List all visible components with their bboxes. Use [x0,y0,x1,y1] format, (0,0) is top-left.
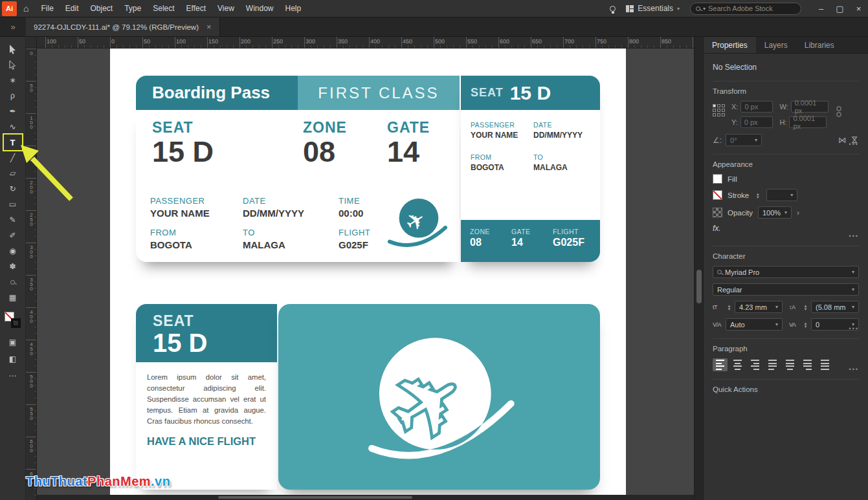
lightbulb-icon[interactable] [610,6,616,12]
menu-file[interactable]: File [35,4,59,13]
tab-close-icon[interactable]: × [206,22,212,32]
pencil-tool[interactable]: ✎ [5,213,21,227]
pen-tool[interactable]: ✒ [5,104,21,118]
y-label: Y: [731,118,738,126]
horizontal-scrollbar-thumb[interactable] [218,496,412,499]
x-input[interactable]: 0 px [740,101,773,113]
hruler-label: 450 [401,38,412,45]
w-input[interactable]: 0.0001 px [791,101,829,113]
document-tab[interactable]: 92274-OJLCDY-111.ai* @ 79.12% (RGB/Previ… [26,17,220,36]
close-button[interactable]: × [849,0,868,17]
draw-mode-icon[interactable]: ▣ [9,336,16,349]
minimize-button[interactable]: – [812,0,830,17]
zoom-tool[interactable] [5,275,21,289]
menu-object[interactable]: Object [85,4,119,13]
tab-layers[interactable]: Layers [756,37,796,53]
paragraph-more-options-button[interactable]: ••• [849,366,859,373]
fx-button[interactable]: fx. [713,224,721,233]
lasso-tool[interactable]: ρ [5,89,21,103]
selection-tool[interactable] [5,42,21,56]
stub-flight-block: FLIGHT G025F [553,228,600,262]
watermark-part2: PhanMem [87,474,151,488]
stroke-color-swatch[interactable] [713,190,722,200]
symbol-sprayer-tool[interactable]: ✽ [5,259,21,274]
rotation-angle-select[interactable]: 0° ▾ [726,134,762,146]
ruler-origin-corner[interactable] [26,37,37,49]
search-input[interactable] [708,5,796,12]
link-dimensions-icon[interactable] [835,106,843,118]
transform-section: Transform X: 0 px W: 0.0001 px [713,81,859,154]
opacity-select[interactable]: 100% ▾ [758,206,792,219]
font-size-stepper[interactable]: ▴▾ [726,304,733,310]
appearance-more-options-button[interactable]: ••• [849,233,859,239]
stroke-swatch-icon[interactable] [11,318,21,328]
vruler-label: 350 [28,277,34,290]
menu-help[interactable]: Help [280,4,307,13]
boarding-pass-top[interactable]: Boarding Pass FIRST CLASS SEAT 15 D ZONE… [136,76,600,262]
tracking-stepper[interactable]: ▴▾ [802,321,809,328]
leading-select[interactable]: (5.08 mm ▾ [811,301,859,313]
character-more-options-button[interactable]: ••• [849,325,859,332]
stock-search[interactable]: ▾ [690,3,801,15]
menu-select[interactable]: Select [147,4,180,13]
align-center-button[interactable] [730,358,745,371]
artboard-tool[interactable]: ▦ [5,290,21,305]
justify-center-button[interactable] [783,358,797,371]
opacity-swatch-icon[interactable] [713,208,722,217]
h-input[interactable]: 0.0001 px [789,116,827,128]
edit-toolbar-button[interactable]: ⋯ [9,369,17,382]
stroke-weight-stepper[interactable]: ▴▾ [754,192,761,199]
menu-edit[interactable]: Edit [60,4,85,13]
rectangle-tool[interactable]: ▭ [5,197,21,212]
workspace-switcher[interactable]: Essentials ▾ [626,4,680,13]
fill-stroke-swatches[interactable] [2,311,24,332]
fill-color-swatch[interactable] [713,174,722,184]
flip-horizontal-button[interactable]: ⋈ [838,135,847,145]
magic-wand-tool[interactable]: ∗ [5,73,21,87]
align-left-button[interactable] [713,358,728,371]
vertical-scrollbar[interactable] [694,37,703,500]
menu-type[interactable]: Type [118,4,147,13]
direct-selection-tool[interactable] [5,58,21,72]
eraser-tool[interactable]: ▱ [5,166,21,180]
curvature-tool[interactable]: ∿ [5,120,21,134]
panel-collapse-chevrons-icon[interactable]: » [0,17,26,36]
line-segment-tool[interactable]: ╱ [5,151,21,165]
align-right-button[interactable] [748,358,762,371]
screen-mode-icon[interactable]: ◧ [9,353,16,365]
illustrator-logo[interactable]: Ai [2,1,17,16]
opacity-options-chevron-icon[interactable]: › [797,208,799,217]
tab-properties[interactable]: Properties [704,37,756,53]
font-size-select[interactable]: 4.23 mm ▾ [735,301,783,313]
menu-view[interactable]: View [212,4,240,13]
menu-window[interactable]: Window [240,4,280,13]
tab-libraries[interactable]: Libraries [796,37,843,53]
transform-more-options-button[interactable]: ••• [849,141,859,147]
font-style-select[interactable]: Regular ▾ [713,283,859,296]
stub-to-value: MALAGA [533,163,600,172]
paintbrush-tool[interactable]: ✐ [5,228,21,243]
y-input[interactable]: 0 px [740,116,773,128]
rotate-tool[interactable]: ↻ [5,182,21,196]
restore-button[interactable]: ▢ [830,0,849,17]
font-family-select[interactable]: Myriad Pro ▾ [713,266,859,278]
reference-point-selector[interactable] [713,104,725,116]
home-icon[interactable]: ⌂ [21,3,35,14]
vertical-scrollbar-thumb[interactable] [696,270,702,303]
justify-all-button[interactable] [818,358,832,371]
ruler-vertical[interactable]: 050100150200250300350400450500550600650 [26,49,37,500]
kerning-select[interactable]: Auto ▾ [726,318,783,331]
boarding-pass-bottom[interactable]: SEAT 15 D Lorem ipsum dolor sit amet, co… [136,304,600,490]
date-value: DD/MM/YYYY [243,208,304,219]
type-tool[interactable]: T [5,135,21,149]
ruler-horizontal[interactable]: 1005005010015020025030035040045050055060… [37,37,694,49]
blend-tool[interactable]: ◉ [5,244,21,258]
horizontal-scrollbar[interactable] [37,495,694,500]
stroke-weight-select[interactable]: ▾ [766,189,797,201]
leading-stepper[interactable]: ▴▾ [802,304,809,310]
passenger-value: YOUR NAME [150,208,210,219]
menu-effect[interactable]: Effect [181,4,212,13]
justify-right-button[interactable] [800,358,815,371]
stub-gate-value: 14 [511,237,553,248]
justify-left-button[interactable] [765,358,780,371]
